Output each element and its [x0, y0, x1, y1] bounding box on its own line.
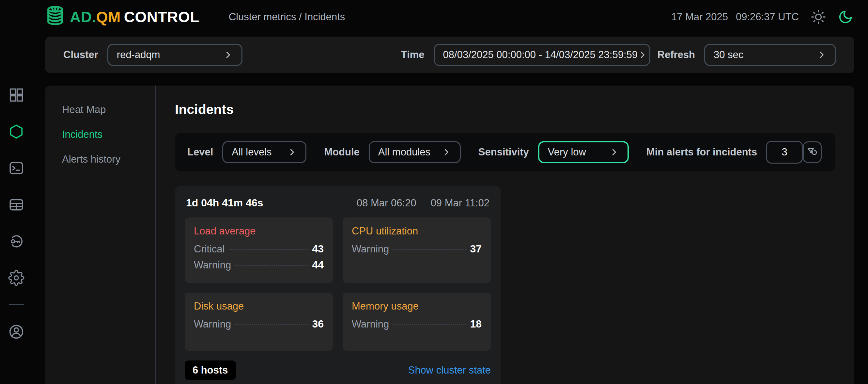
user-icon [8, 324, 25, 340]
metric-value: 18 [470, 318, 482, 330]
metric-value: 36 [312, 318, 324, 330]
level-group: Level All levels [187, 141, 306, 163]
sidebar-item-account[interactable] [8, 324, 25, 340]
show-cluster-state-link[interactable]: Show cluster state [408, 364, 491, 376]
time-range-value: 08/03/2025 00:00:00 - 14/03/2025 23:59:5… [443, 49, 638, 61]
moon-icon [838, 9, 853, 25]
tile-cpu-utilization: CPU utilization Warning 37 [343, 217, 491, 283]
metric-label: Warning [194, 318, 231, 330]
sensitivity-label: Sensitivity [478, 146, 529, 158]
nav-item-incidents[interactable]: Incidents [45, 122, 155, 147]
logo-wordmark: AD.QMCONTROL [70, 8, 199, 26]
metric-value: 44 [312, 259, 324, 271]
metric-row: Warning 18 [352, 318, 482, 330]
dotted-leader [393, 324, 466, 325]
chevron-right-icon [287, 147, 297, 157]
sidebar-item-settings[interactable] [8, 270, 25, 286]
metric-row: Warning 44 [194, 259, 324, 271]
sidebar-item-dashboard[interactable] [8, 87, 25, 103]
min-alerts-input[interactable] [766, 141, 803, 164]
page-title: Incidents [175, 102, 835, 117]
min-alerts-group: Min alerts for incidents [646, 141, 803, 164]
metric-label: Warning [352, 318, 389, 330]
cluster-value: red-adqm [117, 49, 160, 61]
refresh-value: 30 sec [714, 49, 743, 61]
tile-disk-usage: Disk usage Warning 36 [185, 293, 333, 351]
dotted-leader [235, 324, 308, 325]
sensitivity-value: Very low [548, 146, 586, 158]
chevron-right-icon [441, 147, 451, 157]
breadcrumb: Cluster metrics / Incidents [229, 11, 345, 23]
metric-value: 37 [470, 243, 482, 255]
table-icon [8, 197, 25, 213]
sensitivity-select[interactable]: Very low [538, 141, 629, 163]
refresh-group: Refresh 30 sec [657, 44, 836, 66]
incident-dates: 08 Mar 06:20 09 Mar 11:02 [356, 197, 490, 209]
level-select[interactable]: All levels [222, 141, 306, 163]
metric-row: Warning 36 [194, 318, 324, 330]
module-label: Module [324, 146, 360, 158]
metric-tiles: Load average Critical 43 Warning 44 [185, 217, 491, 351]
header-right: 17 Mar 2025 09:26:37 UTC [671, 9, 853, 25]
hosts-count-badge: 6 hosts [185, 360, 236, 380]
rail-divider [9, 304, 24, 305]
dark-theme-button[interactable] [838, 9, 853, 25]
time-range-select[interactable]: 08/03/2025 00:00:00 - 14/03/2025 23:59:5… [434, 44, 650, 66]
main-shell: Heat Map Incidents Alerts history Incide… [45, 86, 854, 384]
dotted-leader [393, 249, 466, 250]
incident-card: 1d 04h 41m 46s 08 Mar 06:20 09 Mar 11:02… [175, 186, 501, 384]
reset-filters-button[interactable] [803, 141, 822, 163]
tile-memory-usage: Memory usage Warning 18 [343, 293, 491, 351]
tile-title: CPU utilization [352, 225, 482, 237]
main-content: Incidents Level All levels Module All mo [156, 86, 854, 384]
coil-logo-icon [42, 4, 68, 30]
cluster-select[interactable]: red-adqm [107, 44, 243, 66]
nav-item-alerts-history[interactable]: Alerts history [45, 147, 155, 172]
incidents-filter-toolbar: Level All levels Module All modules [175, 133, 835, 171]
hexagon-cluster-icon [8, 123, 25, 140]
level-value: All levels [232, 146, 272, 158]
refresh-select[interactable]: 30 sec [704, 44, 836, 66]
tile-title: Memory usage [352, 300, 482, 312]
time-label: Time [401, 49, 425, 61]
dotted-leader [235, 265, 308, 266]
sidebar-item-cluster[interactable] [8, 123, 25, 140]
sidebar-item-access-keys[interactable] [8, 233, 25, 249]
metric-label: Critical [194, 243, 225, 255]
chevron-right-icon [609, 147, 619, 157]
cluster-group: Cluster red-adqm [63, 44, 243, 66]
current-datetime: 17 Mar 2025 09:26:37 UTC [671, 11, 799, 23]
cluster-label: Cluster [63, 49, 98, 61]
chevron-right-icon [817, 50, 827, 60]
sidebar-item-tables[interactable] [8, 197, 25, 213]
tile-title: Load average [194, 225, 324, 237]
adqm-control-app: AD.QMCONTROL Cluster metrics / Incidents… [0, 0, 868, 384]
tile-load-average: Load average Critical 43 Warning 44 [185, 217, 333, 283]
sensitivity-group: Sensitivity Very low [478, 141, 629, 163]
incident-end-time: 09 Mar 11:02 [431, 197, 490, 209]
metric-value: 43 [312, 243, 324, 255]
dotted-leader [229, 249, 308, 250]
current-time: 09:26:37 UTC [736, 11, 799, 23]
nav-item-heat-map[interactable]: Heat Map [45, 97, 155, 122]
module-select[interactable]: All modules [369, 141, 461, 163]
metric-row: Critical 43 [194, 243, 324, 255]
secondary-nav: Heat Map Incidents Alerts history [45, 86, 156, 384]
metric-label: Warning [352, 243, 389, 255]
gear-icon [8, 270, 25, 286]
app-logo[interactable]: AD.QMCONTROL [42, 4, 199, 30]
sidebar-item-terminal[interactable] [8, 160, 25, 176]
time-group: Time 08/03/2025 00:00:00 - 14/03/2025 23… [401, 44, 650, 66]
key-icon [8, 233, 25, 249]
chevron-right-icon [223, 50, 233, 60]
sun-icon [811, 9, 826, 25]
level-label: Level [187, 146, 213, 158]
current-date: 17 Mar 2025 [671, 11, 728, 23]
tile-title: Disk usage [194, 300, 324, 312]
incident-start-time: 08 Mar 06:20 [356, 197, 416, 209]
light-theme-button[interactable] [811, 9, 826, 25]
global-filter-bar: Cluster red-adqm Time 08/03/2025 00:00:0… [45, 36, 854, 73]
icon-rail [0, 87, 33, 340]
dashboard-grid-icon [8, 87, 25, 103]
terminal-icon [8, 160, 25, 176]
